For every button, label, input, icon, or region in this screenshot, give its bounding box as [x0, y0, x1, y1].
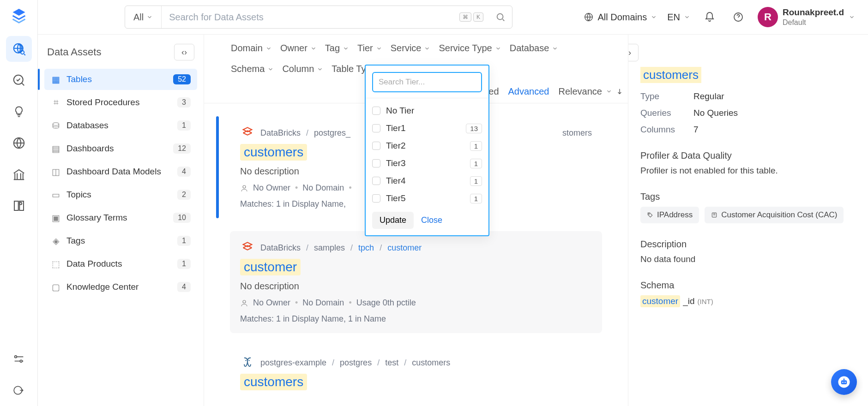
sidebar-item-count: 1 [177, 120, 191, 131]
profiler-body: Profiler is not enabled for this table. [640, 166, 856, 176]
breadcrumb-part[interactable]: test [385, 358, 398, 368]
sort-desc-icon [616, 88, 623, 95]
user-menu[interactable]: R Rounakpreet.d Default [758, 7, 855, 27]
notifications-icon[interactable] [700, 8, 719, 26]
filter-dropdown[interactable]: Service [389, 40, 433, 56]
result-card[interactable]: postgres-example / postgres / test / cus… [230, 346, 602, 400]
help-icon[interactable] [729, 8, 747, 26]
filter-dropdown[interactable]: Tag [323, 40, 351, 56]
filter-dropdown[interactable]: Domain [229, 40, 274, 56]
global-search: All ⌘ K [125, 6, 512, 29]
result-usage: Usage 0th pctile [356, 298, 416, 308]
sidebar-item-count: 4 [177, 282, 191, 292]
filter-dropdown[interactable]: Tier [356, 40, 384, 56]
tier-option[interactable]: Tier2 1 [372, 137, 482, 155]
chat-assistant-button[interactable] [831, 369, 857, 395]
chevron-down-icon [146, 14, 153, 20]
detail-collapse-toggle[interactable]: ‹› [628, 44, 639, 61]
advanced-link[interactable]: Advanced [508, 86, 549, 97]
tier-close-button[interactable]: Close [421, 215, 442, 225]
svg-point-19 [842, 382, 844, 383]
filter-dropdown[interactable]: Schema [229, 61, 276, 77]
tier-option[interactable]: Tier4 1 [372, 172, 482, 190]
svg-point-11 [243, 185, 246, 188]
sidebar-item-label: Dashboard Data Models [66, 167, 161, 177]
sidebar-item[interactable]: ◫ Dashboard Data Models 4 [44, 161, 197, 182]
sidebar-item[interactable]: ⛁ Databases 1 [44, 115, 197, 136]
result-title[interactable]: customers [240, 144, 307, 161]
sidebar-item[interactable]: ◈ Tags 1 [44, 230, 197, 251]
chevron-down-icon [376, 45, 382, 52]
checkbox[interactable] [372, 177, 380, 185]
svg-point-5 [14, 356, 17, 358]
checkbox[interactable] [372, 159, 380, 167]
sidebar-item[interactable]: ▭ Topics 2 [44, 184, 197, 205]
sidebar-item[interactable]: ▣ Glossary Terms 10 [44, 207, 197, 228]
tier-update-button[interactable]: Update [372, 212, 414, 229]
breadcrumb-part[interactable]: customers [412, 358, 450, 368]
kv-value: No Queries [693, 108, 738, 118]
domains-dropdown[interactable]: All Domains [584, 12, 657, 23]
tier-option-count: 1 [470, 176, 482, 186]
breadcrumb-part[interactable]: samples [314, 243, 345, 253]
filter-dropdown[interactable]: Database [508, 40, 561, 56]
tier-option[interactable]: Tier5 1 [372, 190, 482, 207]
filter-dropdown[interactable]: Owner [278, 40, 319, 56]
sidebar-item-label: Tags [66, 236, 85, 246]
rail-govern-icon[interactable] [6, 161, 32, 187]
tier-option[interactable]: No Tier [372, 102, 482, 119]
sidebar-item[interactable]: ▦ Tables 52 [44, 69, 197, 90]
filter-dropdown[interactable]: Service Type [437, 40, 503, 56]
result-title[interactable]: customers [240, 374, 307, 390]
chevron-down-icon [310, 45, 317, 52]
checkbox[interactable] [372, 142, 380, 150]
search-scope-dropdown[interactable]: All [125, 6, 162, 28]
search-icon[interactable] [489, 12, 512, 22]
sidebar-collapse-toggle[interactable]: ‹› [174, 44, 194, 60]
breadcrumb-part[interactable]: postgres_ [314, 128, 350, 138]
rail-domain-icon[interactable] [6, 130, 32, 156]
breadcrumb-part[interactable]: postgres-example [260, 358, 326, 368]
breadcrumb-part[interactable]: customer [387, 243, 422, 253]
breadcrumb-part[interactable]: postgres [340, 358, 372, 368]
rail-insight-icon[interactable] [6, 99, 32, 125]
sidebar-item-count: 1 [177, 236, 191, 246]
sidebar-item[interactable]: ⬚ Data Products 1 [44, 253, 197, 275]
app-logo[interactable] [8, 5, 30, 27]
checkbox[interactable] [372, 107, 380, 115]
chevron-down-icon [684, 14, 690, 20]
breadcrumb-part[interactable]: DataBricks [260, 243, 301, 253]
search-input[interactable] [162, 12, 459, 23]
checkbox[interactable] [372, 124, 380, 132]
sidebar-item[interactable]: ⌗ Stored Procedures 3 [44, 92, 197, 113]
checkbox[interactable] [372, 194, 380, 203]
tier-option[interactable]: Tier3 1 [372, 155, 482, 172]
sidebar-item-icon: ⛁ [51, 120, 61, 131]
breadcrumb-part[interactable]: DataBricks [260, 128, 301, 138]
rail-glossary-icon[interactable] [6, 193, 32, 219]
rail-logout-icon[interactable] [6, 377, 32, 403]
sidebar-item-icon: ⌗ [51, 97, 61, 107]
sort-dropdown[interactable]: Relevance [558, 86, 623, 97]
tier-option-count: 1 [470, 141, 482, 151]
filter-dropdown[interactable]: Column [280, 61, 325, 77]
language-dropdown[interactable]: EN [667, 12, 690, 23]
tag-chip[interactable]: IPAddress [640, 207, 699, 223]
schema-column[interactable]: customer_id (INT) [640, 295, 713, 307]
sidebar-item[interactable]: ▢ Knowledge Center 4 [44, 276, 197, 298]
result-card[interactable]: DataBricks / samples / tpch / customer c… [230, 231, 602, 333]
result-title[interactable]: customer [240, 259, 301, 275]
tier-option[interactable]: Tier1 13 [372, 119, 482, 137]
sidebar-item-icon: ⬚ [51, 259, 61, 269]
rail-settings-icon[interactable] [6, 346, 32, 372]
tier-search-input[interactable] [372, 72, 482, 92]
rail-explore-icon[interactable] [6, 36, 32, 62]
sidebar-item[interactable]: ▤ Dashboards 12 [44, 138, 197, 159]
breadcrumb-part[interactable]: tpch [358, 243, 374, 253]
rail-observe-icon[interactable] [6, 67, 32, 93]
tag-chip[interactable]: Customer Acquisition Cost (CAC) [705, 207, 844, 223]
result-domain: No Domain [302, 183, 344, 193]
globe-icon [584, 12, 594, 22]
detail-title: customers [640, 67, 701, 83]
tier-option-label: Tier5 [386, 193, 406, 203]
